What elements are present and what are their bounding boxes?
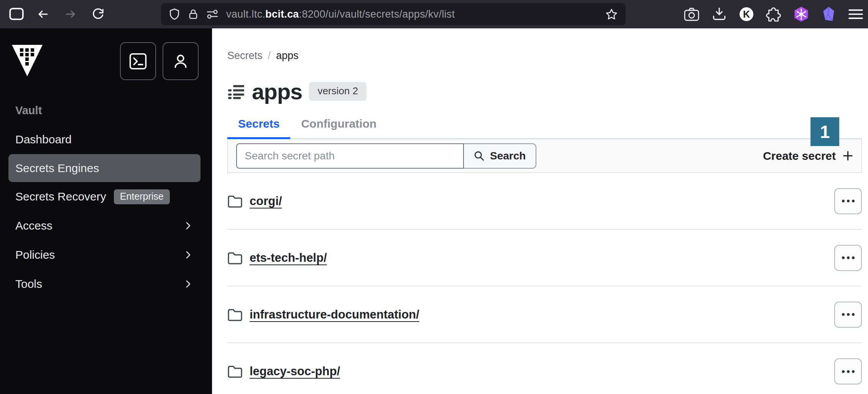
search-input[interactable] (236, 143, 464, 169)
secret-folder-link[interactable]: corgi/ (250, 194, 282, 208)
url-bar[interactable]: vault.ltc.bcit.ca:8200/ui/vault/secrets/… (161, 3, 626, 25)
list-item: infrastructure-documentation/ (227, 286, 862, 343)
shield-icon (169, 8, 180, 20)
person-icon (171, 52, 190, 71)
row-menu-button[interactable] (834, 245, 862, 271)
tabs: Secrets Configuration (227, 117, 862, 139)
hexagon-extension-icon[interactable] (793, 6, 810, 23)
kv-list-icon (227, 84, 245, 99)
tab-secrets[interactable]: Secrets (227, 117, 290, 139)
secrets-list: corgi/ ets-tech-help/ infrastructure-doc… (227, 173, 862, 394)
folder-icon (227, 308, 243, 322)
breadcrumb: Secrets / apps (227, 50, 862, 62)
download-icon[interactable] (711, 7, 727, 22)
search-button[interactable]: Search (463, 143, 536, 169)
row-menu-button[interactable] (834, 188, 862, 214)
vault-logo-icon (12, 44, 43, 77)
browser-toolbar: vault.ltc.bcit.ca:8200/ui/vault/secrets/… (0, 0, 868, 28)
list-item: legacy-soc-php/ (227, 343, 862, 394)
chevron-right-icon (184, 250, 193, 259)
reload-icon[interactable] (91, 8, 105, 21)
back-icon[interactable] (36, 8, 50, 20)
sidebar: Vault Dashboard Secrets Engines Secrets … (0, 28, 212, 394)
plus-icon (843, 151, 853, 161)
keepassxc-extension-icon[interactable]: K (738, 6, 755, 22)
sidebar-item-dashboard[interactable]: Dashboard (0, 125, 212, 154)
user-menu-button[interactable] (163, 42, 199, 80)
sidebar-item-secrets-engines[interactable]: Secrets Engines (8, 154, 201, 182)
enterprise-badge: Enterprise (114, 189, 170, 204)
create-secret-button[interactable]: Create secret (763, 149, 853, 163)
page-title: apps (252, 79, 302, 104)
page-header: apps version 2 (227, 79, 862, 104)
forward-icon[interactable] (64, 8, 77, 20)
search-group: Search (236, 143, 536, 169)
sidebar-nav: Vault Dashboard Secrets Engines Secrets … (0, 96, 212, 299)
obsidian-extension-icon[interactable] (821, 6, 837, 23)
secret-folder-link[interactable]: ets-tech-help/ (250, 251, 327, 265)
sidebar-item-access[interactable]: Access (0, 211, 212, 240)
breadcrumb-secrets-link[interactable]: Secrets (227, 50, 263, 62)
version-badge: version 2 (309, 82, 367, 101)
breadcrumb-separator: / (268, 50, 271, 62)
terminal-icon (129, 52, 147, 71)
console-button[interactable] (120, 42, 156, 80)
sidebar-section-label: Vault (0, 96, 212, 125)
sidebar-item-tools[interactable]: Tools (0, 269, 212, 299)
folder-icon (227, 251, 243, 265)
permissions-icon[interactable] (206, 8, 219, 20)
row-menu-button[interactable] (834, 358, 862, 384)
main-content: Secrets / apps apps version 2 Secrets Co… (212, 28, 868, 394)
bookmark-star-icon[interactable] (605, 8, 618, 21)
url-text: vault.ltc.bcit.ca:8200/ui/vault/secrets/… (226, 8, 455, 20)
tab-configuration[interactable]: Configuration (290, 117, 387, 139)
sidebar-item-policies[interactable]: Policies (0, 240, 212, 269)
breadcrumb-current: apps (276, 50, 299, 62)
som-mark-1: 1 (810, 117, 839, 146)
secrets-toolbar: 1 Search Create secret (227, 139, 862, 173)
menu-hamburger-icon[interactable] (848, 8, 863, 20)
search-icon (474, 151, 485, 161)
svg-text:K: K (743, 9, 750, 20)
lock-icon (188, 8, 199, 20)
list-item: corgi/ (227, 173, 862, 230)
row-menu-button[interactable] (834, 302, 862, 328)
list-item: ets-tech-help/ (227, 230, 862, 286)
secret-folder-link[interactable]: infrastructure-documentation/ (250, 308, 419, 322)
extensions-puzzle-icon[interactable] (766, 6, 782, 22)
chevron-right-icon (184, 221, 193, 230)
folder-icon (227, 364, 243, 378)
chevron-right-icon (184, 279, 193, 289)
sidebar-item-secrets-recovery[interactable]: Secrets Recovery Enterprise (0, 182, 212, 211)
screenshot-camera-icon[interactable] (683, 7, 700, 21)
folder-icon (227, 194, 243, 208)
window-icon[interactable] (9, 8, 24, 21)
secret-folder-link[interactable]: legacy-soc-php/ (250, 364, 340, 378)
